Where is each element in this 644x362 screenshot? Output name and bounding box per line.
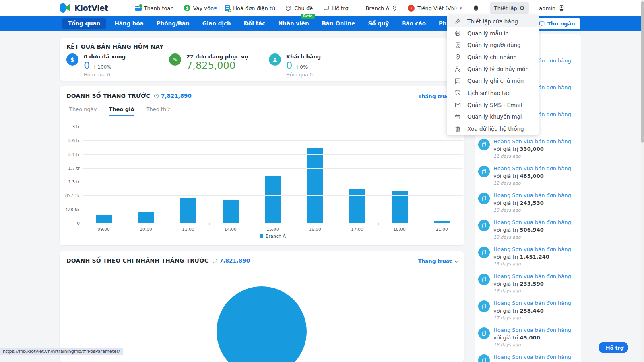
activity-item[interactable]: Hoàng Sơn vừa bán đơn hàngvới giá trị 25… <box>475 300 581 327</box>
settings-menu-item[interactable]: Quản lý SMS - Email <box>447 99 539 111</box>
clock-icon <box>153 93 159 99</box>
y-axis-tick-label: 2.6 tr <box>62 138 80 143</box>
nav-item[interactable]: Báo cáo <box>395 16 432 31</box>
x-axis-tick <box>125 223 125 225</box>
bar-16:00[interactable] <box>307 148 323 223</box>
gridline <box>83 195 463 196</box>
nav-item[interactable]: Giao dịch <box>196 16 237 31</box>
receipt-icon <box>478 220 490 231</box>
activity-title: Hoàng Sơn vừa bán đơn hàng <box>493 165 578 172</box>
x-axis-tick-label: 14:00 <box>210 227 252 232</box>
cashier-label: Thu ngân <box>547 21 575 27</box>
receipt-icon <box>478 193 490 204</box>
activity-time: 11 days ago <box>493 154 578 159</box>
settings-menu-item[interactable]: Xóa dữ liệu hệ thống <box>447 123 539 135</box>
settings-menu-item[interactable]: Quản lý người dùng <box>447 39 539 51</box>
customer-icon <box>269 53 281 66</box>
theme-icon <box>285 5 292 12</box>
sales-chart-tabs: Theo ngàyTheo giờTheo thứ <box>69 106 169 116</box>
cashier-button[interactable]: Thu ngân <box>534 18 580 29</box>
activity-title: Hoàng Sơn vừa bán đơn hàng <box>493 192 578 199</box>
invoice-icon: + <box>224 5 231 12</box>
settings-menu-item-label: Quản lý lý do hủy món <box>467 66 529 72</box>
nav-item[interactable]: Đối tác <box>237 16 272 31</box>
tab[interactable]: Theo ngày <box>69 106 97 116</box>
branch-pie-chart[interactable] <box>217 286 307 362</box>
tab[interactable]: Theo giờ <box>109 106 134 116</box>
bar-21:00[interactable] <box>434 221 450 223</box>
settings-menu-item[interactable]: Quản lý ghi chú món <box>447 75 539 87</box>
settings-menu-item[interactable]: Thiết lập cửa hàng <box>447 15 539 27</box>
bar-18:00[interactable] <box>392 191 408 223</box>
settings-menu-item-label: Quản lý ghi chú món <box>467 78 524 84</box>
bar-11:00[interactable] <box>180 198 196 223</box>
bar-15:00[interactable] <box>265 176 281 223</box>
legend-label: Branch A <box>266 234 286 239</box>
chevron-down-icon: ▾ <box>460 6 462 11</box>
bar-17:00[interactable] <box>349 189 365 223</box>
bar-09:00[interactable] <box>96 215 112 223</box>
activity-item[interactable]: Hoàng Sơn vừa bán đơn hàngvới giá trị 23… <box>475 273 581 300</box>
menu-item-support[interactable]: Hỗ trợ <box>323 5 348 12</box>
top-header: KiotViet Thanh toán$Vay vốn+Hoá đơn điện… <box>0 0 644 16</box>
activity-item[interactable]: Hoàng Sơn vừa bán đơn hàngvới giá trị 45… <box>475 327 581 354</box>
nav-item[interactable]: Hàng hóa <box>108 16 150 31</box>
chart-legend[interactable]: Branch A <box>83 234 463 239</box>
settings-menu-item-label: Quản lý chi nhánh <box>467 54 517 60</box>
settings-menu-item[interactable]: Quản lý lý do hủy món <box>447 63 539 75</box>
header-menu: Thanh toán$Vay vốn+Hoá đơn điện tửChủ đề… <box>135 0 565 16</box>
nav-item[interactable]: Phòng/Bàn <box>150 16 196 31</box>
activity-item[interactable]: Hoàng Sơn vừa bán đơn hàngvới giá trị 48… <box>475 165 581 192</box>
settings-menu-item[interactable]: Quản lý chi nhánh <box>447 51 539 63</box>
pencil-icon: ✎ <box>172 56 178 63</box>
sales-chart-title: DOANH SỐ THÁNG TRƯỚC <box>66 93 150 99</box>
tab[interactable]: Theo thứ <box>147 106 170 116</box>
activity-value: với giá trị 243,530 <box>493 200 578 206</box>
nav-item[interactable]: Sổ quỹ <box>361 16 395 31</box>
activity-item[interactable]: Hoàng Sơn vừa bán đơn hàngvới giá trị 1,… <box>475 246 581 273</box>
gridline <box>83 127 463 127</box>
x-axis-tick-label: 21:00 <box>421 227 463 232</box>
language-selector[interactable]: ★ Tiếng Việt (VN) ▾ <box>408 5 462 12</box>
branch-period-selector[interactable]: Tháng trước <box>418 258 458 264</box>
menu-item-theme[interactable]: Chủ đềBeta <box>285 5 313 12</box>
menu-item-loan[interactable]: $Vay vốn <box>184 5 214 12</box>
settings-menu-item-label: Lịch sử thao tác <box>467 90 510 96</box>
activity-item[interactable]: Hoàng Sơn vừa bán đơn hàng <box>475 354 581 362</box>
menu-item-label: Thanh toán <box>144 5 174 11</box>
kiotviet-logo-icon <box>60 2 72 13</box>
support-chat-button[interactable]: Hỗ trợ <box>599 342 628 353</box>
notifications-button[interactable] <box>472 4 480 12</box>
scrollbar-thumb[interactable] <box>641 1 644 143</box>
kiotviet-logo[interactable]: KiotViet <box>60 2 108 13</box>
settings-menu-item[interactable]: Quản lý mẫu in <box>447 27 539 39</box>
settings-menu-item[interactable]: Lịch sử thao tác <box>447 87 539 99</box>
user-menu[interactable]: admin <box>539 4 565 12</box>
activity-item[interactable]: Hoàng Sơn vừa bán đơn hàngvới giá trị 24… <box>475 192 581 219</box>
history-icon <box>454 89 461 96</box>
notification-dot <box>214 7 217 9</box>
dollar-icon: $ <box>69 56 76 63</box>
receipt-icon <box>478 300 490 312</box>
activity-item[interactable]: Hoàng Sơn vừa bán đơn hàngvới giá trị 50… <box>475 219 581 246</box>
activity-title: Hoàng Sơn vừa bán đơn hàng <box>493 300 578 306</box>
bar-10:00[interactable] <box>138 212 154 223</box>
settings-button[interactable]: Thiết lập ⚙ <box>490 2 529 14</box>
nav-item[interactable]: Nhân viên <box>272 16 316 31</box>
x-axis-tick <box>378 223 379 225</box>
settings-menu-item[interactable]: Quản lý khuyến mại <box>447 111 539 123</box>
clock-icon <box>212 258 218 264</box>
menu-item-payment[interactable]: Thanh toán <box>135 5 174 12</box>
page-scrollbar[interactable] <box>641 0 644 362</box>
x-axis-tick-label: 17:00 <box>336 227 378 232</box>
nav-item[interactable]: Tổng quan <box>62 18 106 29</box>
nav-item[interactable]: Bán Online <box>316 16 362 31</box>
bar-14:00[interactable] <box>223 200 239 223</box>
activity-item[interactable]: Hoàng Sơn vừa bán đơn hàngvới giá trị 33… <box>475 138 581 165</box>
menu-item-label: Hoá đơn điện tử <box>233 5 275 11</box>
branch-selector[interactable]: Branch A <box>365 5 398 11</box>
branch-chart-title: DOANH SỐ THEO CHI NHÁNH THÁNG TRƯỚC <box>66 257 208 264</box>
x-axis-tick <box>421 223 421 225</box>
menu-item-invoice[interactable]: +Hoá đơn điện tử <box>224 5 275 12</box>
chart-plot-area <box>83 127 463 223</box>
